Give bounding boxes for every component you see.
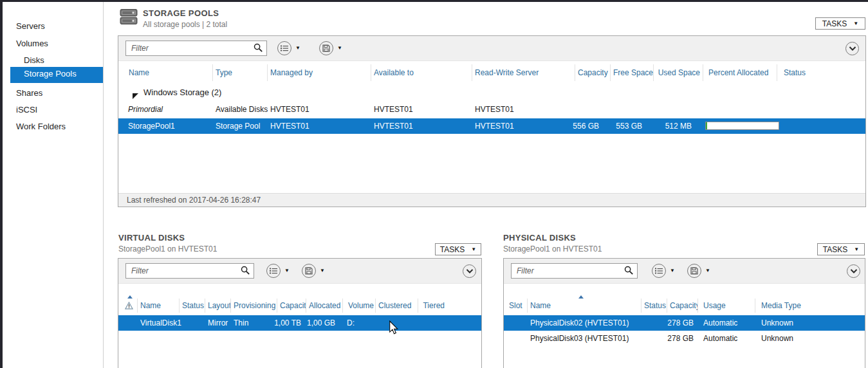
vd-filter-input[interactable] [125, 263, 254, 279]
column-header-percent-allocated[interactable]: Percent Allocated [703, 64, 777, 81]
window-top-edge [0, 0, 868, 2]
virtual-disks-tasks-button[interactable]: TASKS ▼ [435, 243, 481, 255]
column-header-clustered[interactable]: Clustered [376, 299, 418, 313]
pd-filter-bar: ▼ ▼ [504, 259, 865, 284]
column-header-tiered[interactable]: Tiered [418, 299, 447, 313]
list-view-icon[interactable] [652, 264, 666, 278]
chevron-down-icon[interactable]: ▼ [320, 268, 325, 273]
last-refreshed-bar: Last refreshed on 2017-04-26 16:28:47 [118, 193, 865, 207]
cell-capacity: 1,00 TB [271, 315, 301, 331]
table-row-physicaldisk03[interactable]: PhysicalDisk03 (HVTEST01) 278 GB Automat… [504, 331, 865, 346]
table-row-virtualdisk1[interactable]: VirtualDisk1 Mirror Thin 1,00 TB 1,00 GB… [118, 315, 481, 331]
chevron-down-icon[interactable]: ▼ [284, 268, 290, 273]
cell-type: Available Disks [216, 102, 268, 117]
group-label: Windows Storage (2) [143, 87, 221, 97]
save-filter-icon[interactable] [302, 264, 316, 278]
column-header-capacity[interactable]: Capacity [575, 64, 611, 81]
column-header-available-to[interactable]: Available to [371, 64, 472, 81]
column-header-layout[interactable]: Layout [205, 299, 231, 313]
physical-disks-subtitle: StoragePool1 on HVTEST01 [503, 244, 602, 253]
column-header-read-write-server[interactable]: Read-Write Server [472, 64, 575, 81]
chevron-down-icon: ▼ [471, 246, 476, 252]
cell-managed-by: HVTEST01 [270, 102, 309, 117]
column-header-type[interactable]: Type [213, 64, 268, 81]
cell-available-to: HVTEST01 [374, 118, 413, 134]
column-header-name[interactable]: Name [138, 299, 180, 313]
column-header-capacity[interactable]: Capacity [667, 299, 698, 313]
cell-capacity: 278 GB [661, 315, 694, 331]
table-row-storagepool1[interactable]: StoragePool1 Storage Pool HVTEST01 HVTES… [118, 118, 865, 134]
cell-name: Primordial [128, 102, 163, 117]
sidebar-item-storage-pools[interactable]: Storage Pools [10, 67, 103, 83]
storage-pools-tasks-button[interactable]: TASKS ▼ [815, 17, 865, 30]
cell-volume: D: [347, 315, 355, 331]
column-header-usage[interactable]: Usage [701, 299, 755, 313]
sidebar-item-iscsi[interactable]: iSCSI [16, 104, 37, 116]
collapse-panel-icon[interactable] [463, 264, 476, 278]
sidebar-item-shares[interactable]: Shares [16, 87, 42, 100]
vd-table-header: Name Status Layout Provisioning Capacity… [118, 295, 481, 313]
pd-filter-input[interactable] [511, 263, 638, 279]
virtual-disks-panel: ▼ ▼ Name Status Layout Provisioning Capa… [118, 258, 482, 368]
cell-name: PhysicalDisk03 (HVTEST01) [530, 331, 629, 346]
mouse-cursor [389, 320, 398, 337]
chevron-down-icon: ▼ [853, 21, 858, 26]
column-header-name[interactable]: Name [126, 64, 213, 81]
cell-free-space: 553 GB [611, 118, 642, 134]
column-header-used-space[interactable]: Used Space [654, 64, 703, 81]
column-header-media-type[interactable]: Media Type [759, 299, 820, 313]
table-row-physicaldisk02[interactable]: PhysicalDisk02 (HVTEST01) 278 GB Automat… [504, 315, 865, 331]
column-header-allocated[interactable]: Allocated [306, 299, 343, 313]
sidebar-item-volumes[interactable]: Volumes [16, 37, 48, 50]
cell-capacity: 278 GB [661, 331, 694, 346]
column-header-free-space[interactable]: Free Space [611, 64, 654, 81]
column-header-status[interactable]: Status [180, 299, 205, 313]
cell-provisioning: Thin [234, 315, 248, 331]
cell-name: VirtualDisk1 [140, 315, 181, 331]
expand-group-triangle-icon[interactable] [133, 90, 138, 102]
sidebar-item-work-folders[interactable]: Work Folders [16, 120, 66, 133]
list-view-icon[interactable] [277, 41, 291, 55]
cell-usage: Automatic [703, 331, 737, 346]
list-view-icon[interactable] [266, 264, 281, 278]
column-header-managed-by[interactable]: Managed by [268, 64, 371, 81]
table-row-primordial[interactable]: Primordial Available Disks HVTEST01 HVTE… [118, 102, 865, 117]
chevron-down-icon[interactable]: ▼ [670, 268, 675, 273]
chevron-down-icon[interactable]: ▼ [337, 45, 342, 51]
group-row-windows-storage[interactable]: Windows Storage (2) [118, 86, 865, 101]
chevron-down-icon[interactable]: ▼ [705, 268, 710, 273]
vd-filter-bar: ▼ ▼ [118, 259, 481, 284]
search-icon [241, 266, 250, 278]
column-header-slot[interactable]: Slot [506, 299, 528, 313]
physical-disks-title: PHYSICAL DISKS [503, 233, 576, 243]
physical-disks-tasks-button[interactable]: TASKS ▼ [817, 243, 865, 255]
column-header-volume[interactable]: Volume [346, 299, 376, 313]
sidebar-item-disks[interactable]: Disks [24, 54, 44, 67]
column-header-status[interactable]: Status [777, 64, 848, 81]
column-header-provisioning[interactable]: Provisioning [231, 299, 277, 313]
cell-type: Storage Pool [216, 118, 260, 134]
tasks-label: TASKS [440, 245, 465, 254]
collapse-panel-icon[interactable] [847, 264, 860, 278]
column-header-status[interactable]: Status [642, 299, 667, 313]
sidebar: Servers Volumes Disks Storage Pools Shar… [3, 2, 104, 368]
virtual-disks-subtitle: StoragePool1 on HVTEST01 [118, 244, 217, 253]
column-header-capacity[interactable]: Capacity [277, 299, 306, 313]
pools-filter-input[interactable] [125, 41, 267, 56]
page-title: STORAGE POOLS [143, 8, 219, 18]
server-rack-icon [120, 8, 138, 28]
cell-media-type: Unknown [761, 331, 793, 346]
chevron-down-icon[interactable]: ▼ [295, 45, 300, 51]
virtual-disks-title: VIRTUAL DISKS [118, 233, 185, 243]
tasks-label: TASKS [823, 245, 847, 254]
save-filter-icon[interactable] [687, 264, 701, 278]
cell-name: StoragePool1 [128, 118, 175, 134]
column-header-name[interactable]: Name [528, 299, 642, 313]
collapse-panel-icon[interactable] [845, 42, 859, 55]
sidebar-item-servers[interactable]: Servers [16, 20, 45, 33]
cell-available-to: HVTEST01 [374, 102, 413, 117]
cell-media-type: Unknown [761, 315, 793, 331]
save-filter-icon[interactable] [319, 41, 333, 55]
search-icon [254, 43, 263, 55]
column-header-alerts[interactable] [122, 299, 138, 313]
